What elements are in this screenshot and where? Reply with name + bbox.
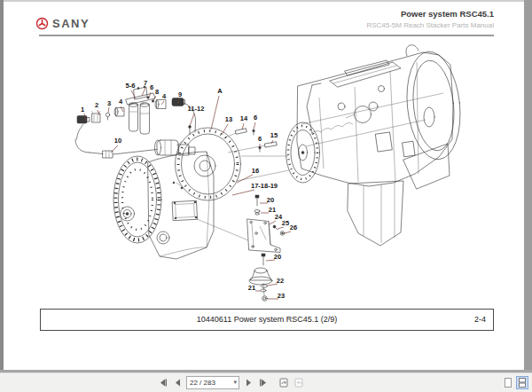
caption-text: 10440611 Power system RSC45.1 (2/9) — [41, 310, 493, 330]
caption-box: 10440611 Power system RSC45.1 (2/9) 2-4 — [40, 309, 494, 331]
window-frame-right — [524, 0, 532, 373]
previous-page-button[interactable] — [171, 377, 184, 389]
page-number-input[interactable] — [187, 378, 227, 388]
page-title: Power system RSC45.1 — [401, 9, 494, 19]
single-page-view-button[interactable] — [502, 376, 514, 389]
page-dropdown-caret-icon[interactable]: ▾ — [233, 379, 237, 386]
page-subtitle: RSC45-5M Reach Stacker Parts Manual — [366, 21, 494, 29]
last-page-button[interactable] — [257, 377, 270, 389]
header-rule — [39, 35, 494, 36]
page-indicator-box: ▾ — [186, 376, 239, 389]
sany-logo-mark-icon — [35, 17, 49, 30]
view-mode-buttons — [502, 375, 528, 390]
previous-view-icon — [278, 377, 290, 388]
continuous-view-icon — [519, 378, 526, 388]
pdf-page: SANY Power system RSC45.1 RSC45-5M Reach… — [4, 2, 524, 370]
page-number: 2-4 — [474, 310, 486, 330]
single-page-view-icon — [505, 378, 512, 388]
status-bar: ▾ — [0, 372, 532, 392]
next-page-button[interactable] — [242, 377, 254, 389]
next-page-icon — [245, 378, 253, 388]
first-page-button[interactable] — [156, 377, 168, 389]
sany-logo: SANY — [35, 17, 90, 30]
sany-logo-text: SANY — [52, 17, 90, 30]
page-navigation: ▾ — [156, 376, 305, 389]
continuous-view-button[interactable] — [516, 376, 528, 389]
last-page-icon — [259, 378, 269, 388]
next-view-icon — [293, 377, 305, 388]
first-page-icon — [158, 378, 168, 388]
previous-view-button[interactable] — [278, 377, 290, 389]
previous-page-icon — [174, 378, 182, 388]
pdf-viewer-window: SANY Power system RSC45.1 RSC45-5M Reach… — [0, 0, 532, 392]
next-view-button[interactable] — [293, 377, 305, 389]
